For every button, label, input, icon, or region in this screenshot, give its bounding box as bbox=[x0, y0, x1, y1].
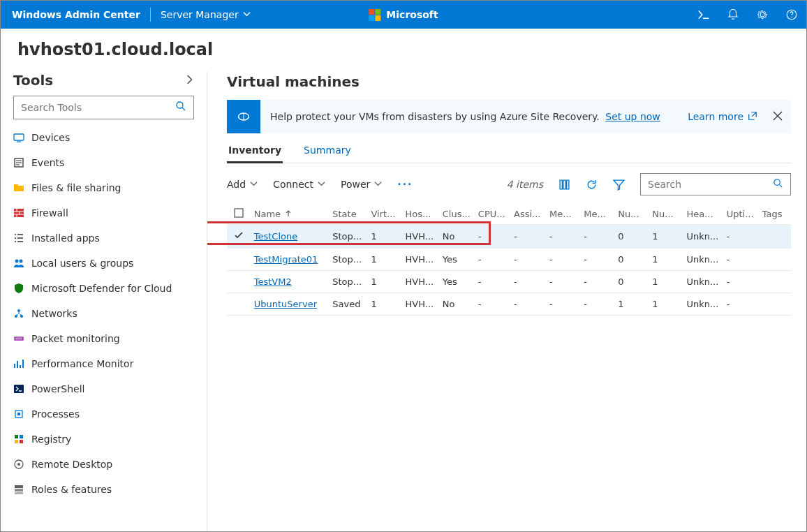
sidebar-item-ps[interactable]: PowerShell bbox=[1, 376, 207, 401]
columns-button[interactable] bbox=[558, 179, 570, 191]
sidebar-item-label: Files & file sharing bbox=[31, 182, 121, 193]
svg-point-6 bbox=[15, 260, 19, 263]
table-header-row: Name StateVirt...Hos...Clus...CPU...Assi… bbox=[227, 204, 791, 225]
column-header[interactable]: Tags bbox=[760, 204, 791, 225]
rdp-icon bbox=[13, 459, 24, 470]
banner-learn-more[interactable]: Learn more bbox=[688, 111, 757, 123]
row-checkbox[interactable] bbox=[227, 249, 251, 271]
overflow-menu[interactable]: ··· bbox=[397, 179, 413, 190]
svg-rect-14 bbox=[17, 413, 20, 415]
power-label: Power bbox=[341, 179, 370, 190]
notifications-icon[interactable] bbox=[727, 8, 739, 21]
sidebar-item-label: Local users & groups bbox=[31, 258, 133, 269]
column-header[interactable]: Nu... bbox=[615, 204, 649, 225]
tools-list[interactable]: DevicesEventsFiles & file sharingFirewal… bbox=[1, 125, 207, 531]
device-icon bbox=[13, 132, 24, 143]
cell: 1 bbox=[649, 249, 683, 271]
tools-search[interactable] bbox=[13, 96, 194, 119]
help-icon[interactable] bbox=[785, 8, 798, 21]
connect-button[interactable]: Connect bbox=[273, 179, 325, 190]
context-switcher[interactable]: Server Manager bbox=[161, 9, 251, 20]
column-header[interactable]: Name bbox=[251, 204, 330, 225]
brand[interactable]: Windows Admin Center bbox=[12, 9, 140, 20]
tools-search-input[interactable] bbox=[21, 102, 175, 113]
cell: HVH... bbox=[403, 293, 440, 316]
cell: - bbox=[475, 225, 511, 249]
sidebar-item-perf[interactable]: Performance Monitor bbox=[1, 351, 207, 376]
row-checkbox[interactable] bbox=[227, 293, 251, 316]
cell: - bbox=[724, 249, 760, 271]
context-label: Server Manager bbox=[161, 9, 239, 20]
sidebar-item-registry[interactable]: Registry bbox=[1, 427, 207, 452]
column-header[interactable]: State bbox=[330, 204, 368, 225]
cell: Unkn... bbox=[683, 249, 723, 271]
column-header[interactable]: Hos... bbox=[403, 204, 440, 225]
vm-name-cell[interactable]: TestVM2 bbox=[251, 271, 330, 293]
column-header[interactable]: Virt... bbox=[368, 204, 402, 225]
select-all-checkbox[interactable] bbox=[227, 204, 251, 225]
sidebar-item-roles[interactable]: Roles & features bbox=[1, 477, 207, 502]
cell bbox=[760, 249, 791, 271]
vm-name-cell[interactable]: UbuntuServer bbox=[251, 293, 330, 316]
column-header[interactable]: CPU... bbox=[475, 204, 511, 225]
table-search-input[interactable] bbox=[648, 179, 773, 190]
column-header[interactable]: Nu... bbox=[649, 204, 683, 225]
brand-separator bbox=[150, 8, 151, 22]
row-selected-icon[interactable] bbox=[227, 225, 251, 249]
sidebar-item-folder[interactable]: Files & file sharing bbox=[1, 175, 207, 200]
table-row[interactable]: TestVM2Stop...1HVH...Yes----01Unkn...- bbox=[227, 271, 791, 293]
users-icon bbox=[13, 258, 24, 269]
add-button[interactable]: Add bbox=[227, 179, 258, 190]
sidebar-item-device[interactable]: Devices bbox=[1, 125, 207, 150]
sidebar-item-users[interactable]: Local users & groups bbox=[1, 251, 207, 276]
svg-rect-12 bbox=[14, 385, 24, 393]
sidebar-item-shield[interactable]: Microsoft Defender for Cloud bbox=[1, 276, 207, 301]
power-button[interactable]: Power bbox=[341, 179, 382, 190]
table-row[interactable]: UbuntuServerSaved1HVH...No----11Unkn...- bbox=[227, 293, 791, 316]
sidebar-item-firewall[interactable]: Firewall bbox=[1, 200, 207, 226]
tabs: Inventory Summary bbox=[227, 138, 791, 163]
sidebar-item-list[interactable]: Installed apps bbox=[1, 226, 207, 251]
svg-rect-23 bbox=[15, 492, 23, 494]
column-header[interactable]: Assi... bbox=[511, 204, 547, 225]
row-checkbox[interactable] bbox=[227, 271, 251, 293]
sidebar-item-rdp[interactable]: Remote Desktop bbox=[1, 452, 207, 477]
sidebar-item-label: Events bbox=[31, 157, 64, 168]
svg-rect-26 bbox=[235, 209, 243, 217]
cell: 1 bbox=[368, 293, 402, 316]
sidebar-item-label: Roles & features bbox=[31, 484, 112, 495]
vm-name-cell[interactable]: TestClone bbox=[251, 225, 330, 249]
column-header[interactable]: Me... bbox=[547, 204, 581, 225]
table-search[interactable] bbox=[640, 173, 791, 195]
svg-point-10 bbox=[17, 309, 20, 312]
network-icon bbox=[13, 308, 24, 319]
sidebar-item-packet[interactable]: Packet monitoring bbox=[1, 326, 207, 351]
sidebar-item-network[interactable]: Networks bbox=[1, 301, 207, 326]
refresh-button[interactable] bbox=[586, 179, 598, 191]
table-row[interactable]: TestCloneStop...1HVH...No----01Unkn...- bbox=[227, 225, 791, 249]
collapse-sidebar-icon[interactable] bbox=[184, 74, 194, 87]
vm-link: TestClone bbox=[254, 231, 297, 242]
filter-button[interactable] bbox=[613, 179, 625, 191]
chevron-down-icon bbox=[318, 179, 325, 190]
column-header[interactable]: Hea... bbox=[683, 204, 723, 225]
banner-setup-link[interactable]: Set up now bbox=[605, 111, 660, 122]
banner-close-button[interactable] bbox=[773, 110, 783, 124]
cell: - bbox=[581, 249, 615, 271]
column-header[interactable]: Clus... bbox=[440, 204, 475, 225]
table-row[interactable]: TestMigrate01Stop...1HVH...Yes----01Unkn… bbox=[227, 249, 791, 271]
cloud-shell-icon[interactable] bbox=[697, 8, 710, 21]
column-header[interactable]: Upti... bbox=[724, 204, 760, 225]
cell: Stop... bbox=[330, 271, 368, 293]
sidebar-item-proc[interactable]: Processes bbox=[1, 401, 207, 427]
vm-name-cell[interactable]: TestMigrate01 bbox=[251, 249, 330, 271]
chevron-down-icon bbox=[243, 9, 251, 20]
tab-summary[interactable]: Summary bbox=[302, 138, 353, 163]
cell: Stop... bbox=[330, 225, 368, 249]
tab-inventory[interactable]: Inventory bbox=[227, 138, 283, 163]
svg-rect-16 bbox=[20, 435, 23, 438]
settings-icon[interactable] bbox=[756, 8, 769, 21]
column-header[interactable]: Me... bbox=[581, 204, 615, 225]
registry-icon bbox=[13, 434, 24, 445]
sidebar-item-events[interactable]: Events bbox=[1, 150, 207, 175]
